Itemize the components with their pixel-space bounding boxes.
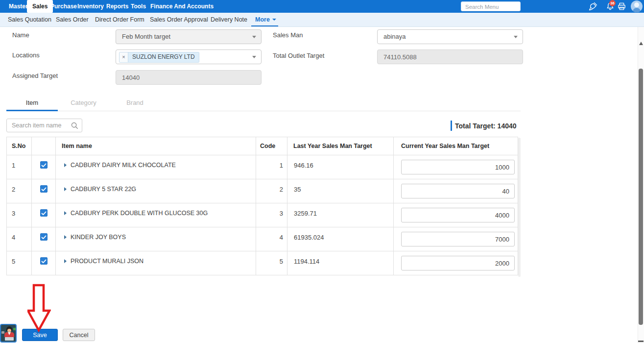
location-tag-label: SUZLON ENERGY LTD: [128, 52, 199, 62]
sales-man-target-screen: Master Sales Purchase Inventory Reports …: [0, 0, 644, 343]
item-name: KINDER JOY BOYS: [71, 234, 126, 241]
total-target: Total Target: 14040: [451, 121, 517, 131]
sales-man-label: Sales Man: [273, 31, 303, 39]
chat-bubble-icon: [1, 331, 4, 334]
row-sno: 4: [7, 227, 32, 251]
col-header-code: Code: [256, 137, 287, 155]
avatar-body: [633, 8, 641, 12]
row-checkbox[interactable]: [40, 185, 48, 193]
printer-icon[interactable]: [617, 1, 627, 11]
name-select[interactable]: Feb Month target: [116, 29, 262, 44]
tab-item[interactable]: Item: [6, 95, 58, 111]
tab-brand[interactable]: Brand: [109, 95, 161, 111]
user-avatar[interactable]: [631, 0, 643, 12]
row-checkbox[interactable]: [40, 209, 48, 217]
total-outlet-target-input[interactable]: [377, 49, 523, 64]
chevron-down-icon: [252, 56, 256, 58]
row-code: 1: [256, 155, 287, 179]
remove-tag-icon[interactable]: ×: [119, 52, 128, 62]
sales-man-select[interactable]: abinaya: [377, 29, 523, 44]
item-name: CADBURY PERK DOUBLE WITH GLUCOSE 30G: [71, 210, 208, 217]
topnav-item-finance[interactable]: Finance And Accounts: [150, 0, 214, 13]
subnav-sales-quotation[interactable]: Sales Quotation: [8, 13, 51, 26]
table-row: 1 CADBURY DAIRY MILK CHOCOLATE 1 946.16: [7, 155, 518, 179]
row-sno: 1: [7, 155, 32, 179]
expand-arrow-icon[interactable]: [64, 187, 67, 191]
tabs-divider: [6, 111, 521, 111]
row-checkbox[interactable]: [40, 161, 48, 169]
total-target-bar: [451, 121, 452, 131]
subnav-sales-order[interactable]: Sales Order: [56, 13, 89, 26]
table-row: 5 PRODUCT MURALI JSON 5 1194.114: [7, 251, 518, 275]
menu-search-input[interactable]: [461, 2, 520, 11]
name-label: Name: [12, 31, 29, 39]
table-row: 2 CADBURY 5 STAR 22G 2 35: [7, 179, 518, 203]
row-code: 2: [256, 179, 287, 203]
row-code: 5: [256, 251, 287, 275]
top-nav: Master Sales Purchase Inventory Reports …: [0, 0, 644, 13]
row-last-year-target: 61935.024: [287, 227, 394, 251]
col-header-item-name: Item name: [56, 137, 256, 155]
support-chat-widget[interactable]: [0, 324, 17, 343]
topnav-item-purchase[interactable]: Purchase: [50, 0, 77, 13]
location-tag: × SUZLON ENERGY LTD: [119, 52, 199, 63]
row-sno: 2: [7, 179, 32, 203]
expand-arrow-icon[interactable]: [64, 163, 67, 167]
tab-category[interactable]: Category: [58, 95, 109, 111]
subnav-sales-order-approval[interactable]: Sales Order Approval: [150, 13, 208, 26]
col-header-sno: S.No: [7, 137, 32, 155]
row-last-year-target: 3259.71: [287, 203, 394, 227]
name-select-value: Feb Month target: [122, 30, 170, 44]
current-year-target-input[interactable]: [401, 232, 515, 246]
assigned-target-input[interactable]: [116, 70, 262, 85]
subnav-direct-order-form[interactable]: Direct Order Form: [95, 13, 144, 26]
menu-search-box: [461, 1, 521, 11]
topnav-item-tools[interactable]: Tools: [131, 0, 146, 13]
topnav-item-sales[interactable]: Sales: [27, 0, 53, 13]
topnav-item-master[interactable]: Master: [9, 0, 28, 13]
topnav-item-inventory[interactable]: Inventory: [77, 0, 104, 13]
locations-label: Locations: [12, 51, 40, 59]
target-type-tabs: Item Category Brand: [6, 95, 521, 111]
expand-arrow-icon[interactable]: [64, 259, 67, 263]
current-year-target-input[interactable]: [401, 256, 515, 270]
total-target-label: Total Target:: [455, 122, 496, 130]
expand-arrow-icon[interactable]: [64, 211, 67, 215]
search-icon: [71, 122, 78, 129]
topnav-item-reports[interactable]: Reports: [106, 0, 128, 13]
col-header-checkbox: [32, 137, 56, 155]
subnav-more-menu[interactable]: More: [255, 13, 276, 26]
table-row: 3 CADBURY PERK DOUBLE WITH GLUCOSE 30G 3…: [7, 203, 518, 227]
cancel-button[interactable]: Cancel: [63, 329, 95, 341]
row-checkbox[interactable]: [40, 233, 48, 241]
subnav-delivery-note[interactable]: Delivery Note: [211, 13, 247, 26]
chevron-down-icon: [272, 19, 276, 21]
sales-man-select-value: abinaya: [383, 30, 406, 44]
table-header-row: S.No Item name Code Last Year Sales Man …: [7, 137, 518, 155]
row-sno: 3: [7, 203, 32, 227]
more-active-underline: [251, 25, 278, 26]
col-header-last-year: Last Year Sales Man Target: [287, 137, 394, 155]
current-year-target-input[interactable]: [401, 160, 515, 174]
col-header-current-year: Current Year Sales Man Target: [394, 137, 518, 155]
page-scrollbar-thumb[interactable]: [639, 69, 643, 325]
avatar-head: [634, 2, 639, 7]
chevron-down-icon: [252, 36, 256, 38]
scrollbar-up-arrow[interactable]: [639, 42, 643, 45]
scrollbar-bottom-edge: [638, 341, 644, 342]
current-year-target-input[interactable]: [401, 184, 515, 198]
red-annotation-arrow: [27, 284, 51, 332]
sales-man-target-table: S.No Item name Code Last Year Sales Man …: [6, 137, 518, 275]
item-search-input[interactable]: [7, 119, 68, 132]
row-checkbox[interactable]: [40, 257, 48, 265]
item-name: CADBURY DAIRY MILK CHOCOLATE: [71, 162, 176, 169]
active-tab-underline: [6, 110, 58, 111]
clean-cache-broom-icon[interactable]: [588, 1, 598, 11]
total-target-value: 14040: [498, 122, 517, 130]
current-year-target-input[interactable]: [401, 208, 515, 222]
locations-multiselect[interactable]: × SUZLON ENERGY LTD: [116, 49, 262, 64]
table-inner-scrollbar-track: [518, 138, 521, 277]
row-code: 4: [256, 227, 287, 251]
expand-arrow-icon[interactable]: [64, 235, 67, 239]
chevron-down-icon: [514, 36, 518, 38]
